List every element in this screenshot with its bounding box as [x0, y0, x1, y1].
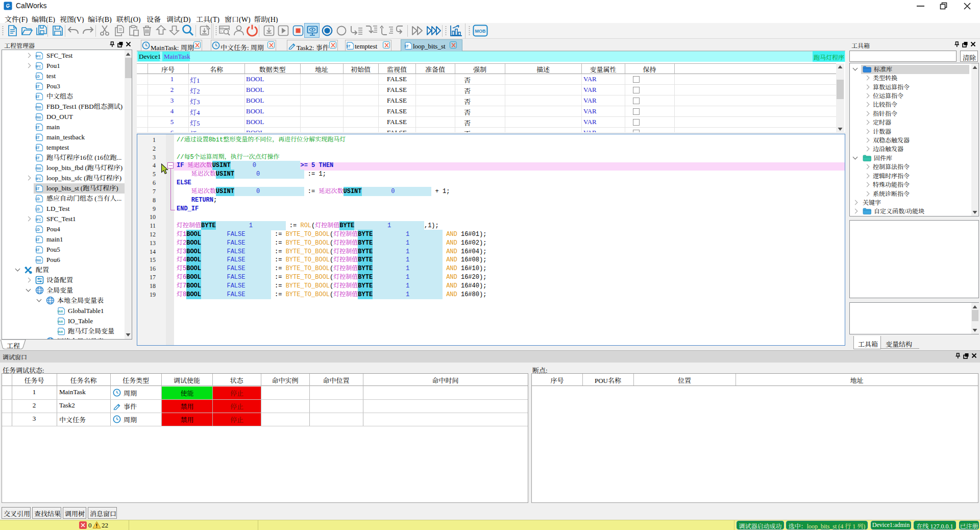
svg-text:ST: ST: [35, 126, 40, 129]
svg-text:ST: ST: [35, 146, 40, 150]
svg-text:SFC: SFC: [35, 218, 41, 221]
svg-text:ST: ST: [35, 85, 40, 88]
svg-text:ST: ST: [404, 44, 409, 48]
svg-text:VAR: VAR: [57, 320, 63, 323]
svg-text:VAR: VAR: [57, 310, 63, 313]
svg-text:ST: ST: [35, 95, 40, 99]
svg-text:LD: LD: [35, 228, 40, 231]
svg-text:SFC: SFC: [35, 55, 41, 58]
svg-text:ST: ST: [35, 238, 40, 242]
svg-text:ST: ST: [35, 248, 40, 252]
svg-text:LD: LD: [35, 75, 40, 78]
svg-text:MOB: MOB: [475, 29, 486, 34]
svg-text:ST: ST: [35, 156, 40, 160]
svg-text:ST: ST: [35, 136, 40, 139]
svg-text:ST: ST: [35, 187, 40, 190]
svg-text:SFC: SFC: [35, 65, 41, 68]
svg-text:SFC: SFC: [35, 177, 41, 180]
svg-text:FBD: FBD: [35, 106, 41, 109]
svg-text:FBD: FBD: [35, 259, 41, 262]
svg-text:FBD: FBD: [35, 167, 41, 170]
svg-text:VAR: VAR: [57, 330, 63, 333]
svg-text:LD: LD: [35, 207, 40, 211]
svg-text:ST: ST: [346, 44, 351, 48]
svg-text:FBD: FBD: [35, 116, 41, 119]
svg-text:LD: LD: [35, 197, 40, 201]
